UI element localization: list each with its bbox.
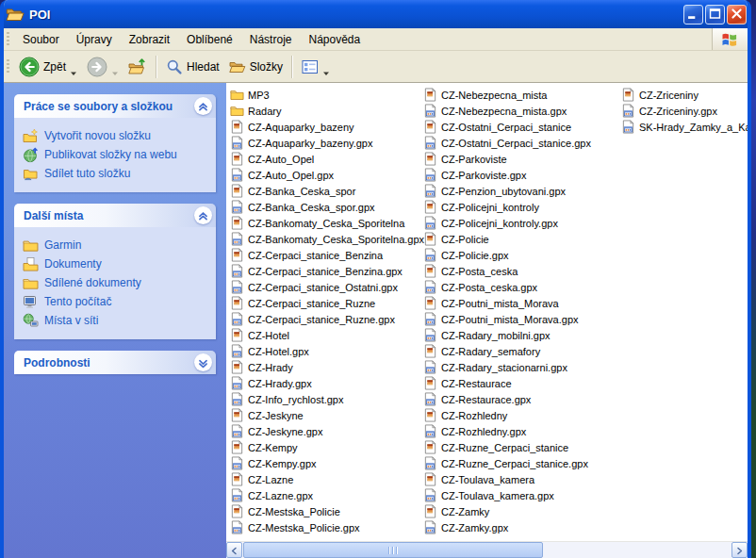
horizontal-scrollbar[interactable] — [226, 541, 748, 558]
file-item[interactable]: CZ-Lazne.gpx — [230, 487, 423, 503]
file-item[interactable]: CZ-Banka_Ceska_spor.gpx — [230, 199, 423, 215]
maximize-button[interactable] — [705, 5, 725, 25]
file-item[interactable]: CZ-Hotel — [230, 327, 423, 343]
up-button[interactable] — [123, 56, 152, 78]
file-item[interactable]: CZ-Ostatni_Cerpaci_stanice — [423, 119, 616, 135]
file-item[interactable]: CZ-Auto_Opel.gpx — [230, 167, 423, 183]
file-item[interactable]: CZ-Poutni_mista_Morava — [423, 295, 616, 311]
menubar-grip[interactable] — [7, 32, 9, 47]
file-item[interactable]: CZ-Zamky — [423, 503, 616, 519]
task-link[interactable]: Dokumenty — [23, 254, 212, 273]
file-item[interactable]: CZ-Toulava_kamera — [423, 471, 616, 487]
views-dropdown-caret[interactable] — [322, 64, 330, 72]
file-name: CZ-Aquaparky_bazeny — [248, 122, 354, 133]
file-item[interactable]: CZ-Kempy.gpx — [230, 455, 423, 471]
file-item[interactable]: CZ-Hrady — [230, 359, 423, 375]
menu-item-0[interactable]: Soubor — [14, 30, 68, 49]
file-item[interactable]: CZ-Policie — [423, 231, 616, 247]
scrollbar-thumb[interactable] — [243, 542, 543, 558]
chevron-up-icon[interactable] — [194, 206, 212, 224]
file-item[interactable]: CZ-Ruzne_Cerpaci_stanice.gpx — [423, 455, 616, 471]
file-item[interactable]: CZ-Policejni_kontroly.gpx — [423, 215, 616, 231]
file-item[interactable]: CZ-Cerpaci_stanice_Benzina — [230, 247, 423, 263]
file-item[interactable]: CZ-Info_rychlost.gpx — [230, 391, 423, 407]
file-item[interactable]: CZ-Banka_Ceska_spor — [230, 183, 423, 199]
file-item[interactable]: CZ-Ruzne_Cerpaci_stanice — [423, 439, 616, 455]
file-column: MP3RadaryCZ-Aquaparky_bazenyCZ-Aquaparky… — [230, 87, 423, 535]
file-item[interactable]: CZ-Radary_semafory — [423, 343, 616, 359]
file-item[interactable]: CZ-Posta_ceska.gpx — [423, 279, 616, 295]
file-item[interactable]: CZ-Posta_ceska — [423, 263, 616, 279]
task-link[interactable]: Sdílené dokumenty — [23, 273, 212, 292]
task-link[interactable]: Garmin — [23, 236, 212, 254]
forward-button[interactable] — [82, 55, 123, 79]
file-item[interactable]: CZ-Policejni_kontroly — [423, 199, 616, 215]
file-item[interactable]: CZ-Mestska_Policie.gpx — [230, 519, 423, 535]
file-item[interactable]: MP3 — [230, 87, 423, 103]
task-link[interactable]: Vytvořit novou složku — [23, 126, 212, 145]
file-item[interactable]: CZ-Aquaparky_bazeny — [230, 119, 423, 135]
file-item[interactable]: CZ-Zamky.gpx — [423, 519, 616, 535]
file-item[interactable]: CZ-Zriceniny — [621, 87, 748, 103]
file-item[interactable]: CZ-Rozhledny — [423, 407, 616, 423]
file-item[interactable]: CZ-Zriceniny.gpx — [621, 103, 748, 119]
back-button[interactable]: Zpět — [14, 55, 82, 79]
scroll-left-button[interactable] — [226, 542, 242, 558]
file-item[interactable]: CZ-Jeskyne — [230, 407, 423, 423]
poi-file-icon — [423, 376, 437, 390]
file-item[interactable]: CZ-Policie.gpx — [423, 247, 616, 263]
file-item[interactable]: CZ-Cerpaci_stanice_Benzina.gpx — [230, 263, 423, 279]
file-item[interactable]: CZ-Hrady.gpx — [230, 375, 423, 391]
file-item[interactable]: CZ-Radary_stacionarni.gpx — [423, 359, 616, 375]
scroll-right-button[interactable] — [731, 542, 748, 558]
search-button[interactable]: Hledat — [161, 57, 224, 77]
file-item[interactable]: Radary — [230, 103, 423, 119]
file-item[interactable]: CZ-Poutni_mista_Morava.gpx — [423, 311, 616, 327]
file-item[interactable]: CZ-Aquaparky_bazeny.gpx — [230, 135, 423, 151]
file-item[interactable]: CZ-Cerpaci_stanice_Ruzne — [230, 295, 423, 311]
task-link[interactable]: Tento počítač — [23, 292, 212, 311]
file-item[interactable]: CZ-Restaurace — [423, 375, 616, 391]
menu-item-2[interactable]: Zobrazit — [121, 30, 178, 49]
views-button[interactable] — [297, 57, 335, 77]
file-item[interactable]: CZ-Penzion_ubytovani.gpx — [423, 183, 616, 199]
file-item[interactable]: CZ-Parkoviste — [423, 151, 616, 167]
panel-header[interactable]: Další místa — [14, 204, 216, 227]
chevron-down-icon[interactable] — [194, 353, 212, 371]
chevron-up-icon[interactable] — [194, 97, 212, 115]
file-item[interactable]: CZ-Nebezpecna_mista.gpx — [423, 103, 616, 119]
close-button[interactable] — [727, 5, 747, 25]
file-item[interactable]: CZ-Lazne — [230, 471, 423, 487]
file-item[interactable]: CZ-Ostatni_Cerpaci_stanice.gpx — [423, 135, 616, 151]
file-item[interactable]: CZ-Radary_mobilni.gpx — [423, 327, 616, 343]
menu-item-4[interactable]: Nástroje — [241, 30, 301, 49]
task-link[interactable]: Sdílet tuto složku — [23, 164, 212, 183]
file-item[interactable]: CZ-Parkoviste.gpx — [423, 167, 616, 183]
file-item[interactable]: CZ-Toulava_kamera.gpx — [423, 487, 616, 503]
file-item[interactable]: CZ-Cerpaci_stanice_Ostatni.gpx — [230, 279, 423, 295]
file-item[interactable]: CZ-Cerpaci_stanice_Ruzne.gpx — [230, 311, 423, 327]
minimize-button[interactable] — [683, 5, 703, 25]
file-item[interactable]: CZ-Nebezpecna_mista — [423, 87, 616, 103]
poi-file-icon — [423, 232, 437, 246]
folders-button[interactable]: Složky — [224, 57, 288, 77]
panel-header[interactable]: Podrobnosti — [14, 351, 216, 374]
back-dropdown-caret[interactable] — [70, 64, 77, 72]
file-item[interactable]: CZ-Jeskyne.gpx — [230, 423, 423, 439]
menu-item-3[interactable]: Oblíbené — [178, 30, 241, 49]
file-item[interactable]: CZ-Kempy — [230, 439, 423, 455]
task-link[interactable]: Místa v síti — [23, 311, 212, 330]
menu-item-1[interactable]: Úpravy — [68, 30, 121, 49]
file-item[interactable]: CZ-Bankomaty_Ceska_Sporitelna.gpx — [230, 231, 423, 247]
file-item[interactable]: CZ-Rozhledny.gpx — [423, 423, 616, 439]
toolbar-grip[interactable] — [7, 59, 9, 74]
file-item[interactable]: CZ-Hotel.gpx — [230, 343, 423, 359]
file-item[interactable]: SK-Hrady_Zamky_a_Kast — [621, 119, 748, 135]
panel-header[interactable]: Práce se soubory a složkou — [14, 94, 216, 118]
file-item[interactable]: CZ-Mestska_Policie — [230, 503, 423, 519]
file-item[interactable]: CZ-Bankomaty_Ceska_Sporitelna — [230, 215, 423, 231]
menu-item-5[interactable]: Nápověda — [300, 30, 369, 49]
file-item[interactable]: CZ-Restaurace.gpx — [423, 391, 616, 407]
file-item[interactable]: CZ-Auto_Opel — [230, 151, 423, 167]
task-link[interactable]: Publikovat složky na webu — [23, 145, 212, 164]
